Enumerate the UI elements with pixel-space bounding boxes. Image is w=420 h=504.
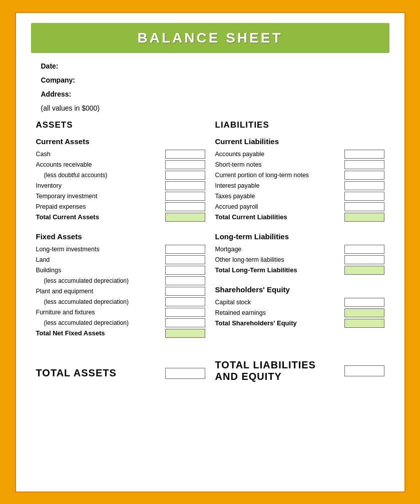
total-liabilities-line2: AND EQUITY [215,371,344,382]
total-fixed-assets-input[interactable] [165,329,205,338]
list-item: Taxes payable [215,192,384,201]
plant-equipment-input[interactable] [165,287,205,296]
list-item: Capital stock [215,298,384,307]
buildings-depreciation-input[interactable] [165,276,205,285]
address-label: Address: [41,90,72,98]
list-item: Long-term investments [36,245,205,254]
accounts-payable-input[interactable] [344,150,384,159]
item-label: Interest payable [215,182,344,189]
prepaid-expenses-input[interactable] [165,202,205,211]
item-label: Plant and equipment [36,288,165,295]
list-item: Accounts receivable [36,160,205,169]
fixed-assets-title: Fixed Assets [36,232,205,241]
liabilities-column: LIABILITIES Current Liabilities Accounts… [215,120,384,339]
buildings-input[interactable] [165,266,205,275]
total-fixed-assets-label: Total Net Fixed Assets [36,329,165,337]
item-label: (less accumulated depreciation) [36,298,165,305]
item-label: Mortgage [215,246,344,253]
total-shareholders-equity-label: Total Shareholders' Equity [215,319,344,327]
total-longterm-liabilities-input[interactable] [344,266,384,275]
item-label: Prepaid expenses [36,203,165,210]
total-assets-row: TOTAL ASSETS [36,354,205,382]
furniture-input[interactable] [165,308,205,317]
furniture-depreciation-input[interactable] [165,318,205,327]
list-item: Accounts payable [215,150,384,159]
total-assets-input[interactable] [165,368,205,379]
inventory-input[interactable] [165,181,205,190]
plant-depreciation-input[interactable] [165,297,205,306]
list-item: Land [36,255,205,264]
total-current-liabilities-input[interactable] [344,213,384,222]
total-liabilities-line1: TOTAL LIABILITIES [215,359,344,371]
retained-earnings-input[interactable] [344,308,384,317]
mortgage-input[interactable] [344,245,384,254]
list-item: Current portion of long-term notes [215,171,384,180]
list-item: Buildings [36,266,205,275]
total-fixed-assets-row: Total Net Fixed Assets [36,329,205,338]
item-label: Long-term investments [36,246,165,253]
item-label: Capital stock [215,299,344,306]
total-shareholders-equity-input[interactable] [344,319,384,328]
item-label: Inventory [36,182,165,189]
longterm-investments-input[interactable] [165,245,205,254]
list-item: (less doubtful accounts) [36,171,205,180]
list-item: (less accumulated depreciation) [36,297,205,306]
list-item: Retained earnings [215,308,384,317]
cash-input[interactable] [165,150,205,159]
item-label: Accounts payable [215,151,344,158]
header-banner: BALANCE SHEET [31,23,389,53]
current-portion-input[interactable] [344,171,384,180]
date-row: Date: [41,62,379,70]
list-item: Cash [36,150,205,159]
total-current-assets-label: Total Current Assets [36,213,165,221]
shareholders-equity-title: Shareholders' Equity [215,285,384,294]
total-liabilities-equity-row: TOTAL LIABILITIES AND EQUITY [215,354,384,382]
main-content: ASSETS Current Assets Cash Accounts rece… [31,120,389,339]
item-label: (less accumulated depreciation) [36,319,165,326]
total-liabilities-equity-input[interactable] [344,365,384,376]
total-current-liabilities-label: Total Current Liabilities [215,213,344,221]
list-item: Other long-term liabilities [215,255,384,264]
assets-section-title: ASSETS [36,120,205,130]
company-row: Company: [41,76,379,84]
address-row: Address: [41,90,379,98]
item-label: Short-term notes [215,161,344,168]
item-label: Retained earnings [215,309,344,316]
land-input[interactable] [165,255,205,264]
list-item: Mortgage [215,245,384,254]
item-label: Land [36,256,165,263]
accounts-receivable-input[interactable] [165,160,205,169]
item-label: Accounts receivable [36,161,165,168]
item-label: Taxes payable [215,193,344,200]
item-label: Accrued payroll [215,203,344,210]
item-label: Current portion of long-term notes [215,172,344,179]
accrued-payroll-input[interactable] [344,202,384,211]
item-label: Cash [36,151,165,158]
list-item: Prepaid expenses [36,202,205,211]
less-doubtful-input[interactable] [165,171,205,180]
total-liabilities-equity-label: TOTAL LIABILITIES AND EQUITY [215,359,344,382]
list-item: Interest payable [215,181,384,190]
totals-row: TOTAL ASSETS TOTAL LIABILITIES AND EQUIT… [36,354,384,382]
short-term-notes-input[interactable] [344,160,384,169]
totals-section: TOTAL ASSETS TOTAL LIABILITIES AND EQUIT… [31,354,389,382]
longterm-liabilities-title: Long-term Liabilities [215,232,384,241]
list-item: Short-term notes [215,160,384,169]
total-shareholders-equity-row: Total Shareholders' Equity [215,319,384,328]
total-current-assets-input[interactable] [165,213,205,222]
item-label: Buildings [36,267,165,274]
item-label: Furniture and fixtures [36,309,165,316]
capital-stock-input[interactable] [344,298,384,307]
list-item: (less accumulated depreciation) [36,318,205,327]
page-title: BALANCE SHEET [31,30,389,46]
temp-investment-input[interactable] [165,192,205,201]
balance-sheet-page: BALANCE SHEET Date: Company: Address: (a… [15,12,405,492]
interest-payable-input[interactable] [344,181,384,190]
item-label: (less doubtful accounts) [36,172,165,179]
list-item: Temporary investment [36,192,205,201]
taxes-payable-input[interactable] [344,192,384,201]
meta-info: Date: Company: Address: [31,62,389,98]
company-label: Company: [41,76,75,84]
other-longterm-input[interactable] [344,255,384,264]
total-current-assets-row: Total Current Assets [36,213,205,222]
